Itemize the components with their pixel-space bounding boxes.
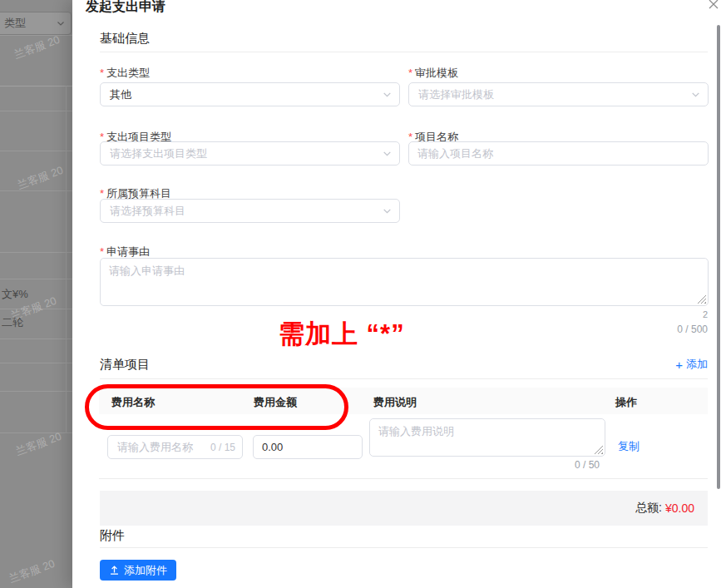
project-type-select[interactable]: 请选择支出项目类型 [100, 141, 400, 166]
plus-icon: + [675, 358, 683, 372]
expense-type-value: 其他 [110, 87, 382, 102]
approval-template-placeholder: 请选择审批模板 [418, 87, 690, 102]
add-list-item-label: 添加 [686, 357, 708, 372]
apply-reason-textarea[interactable] [101, 259, 708, 305]
watermark: 兰客服 20 [14, 429, 64, 459]
copy-row-button[interactable]: 复制 [618, 439, 640, 454]
screen: 类型 文¥% 二轮 兰客服 20 兰客服 20 兰客服 20 兰客服 20 兰客… [0, 0, 726, 588]
required-mark: * [100, 187, 104, 200]
approval-template-select[interactable]: 请选择审批模板 [408, 82, 709, 106]
required-mark: * [408, 67, 412, 79]
modal-backdrop[interactable]: 类型 文¥% 二轮 兰客服 20 兰客服 20 兰客服 20 兰客服 20 兰客… [0, 0, 72, 588]
background-row-line [0, 190, 72, 191]
watermark: 兰客服 20 [12, 32, 62, 62]
section-title-basic-info: 基础信息 [100, 31, 150, 47]
apply-reason-textarea-wrap [100, 258, 709, 306]
row-divider [99, 478, 708, 479]
column-header-fee-desc: 费用说明 [373, 395, 417, 410]
total-label: 总额: [635, 501, 662, 516]
chevron-down-icon [690, 89, 701, 100]
section-divider [100, 547, 708, 548]
fee-name-placeholder: 请输入费用名称 [117, 440, 205, 455]
section-title-attachment: 附件 [100, 528, 125, 544]
background-column-line [66, 86, 67, 432]
background-row-line [0, 151, 72, 151]
approval-template-label: *审批模板 [408, 66, 458, 81]
chevron-down-icon [56, 18, 66, 28]
upload-icon [109, 565, 120, 576]
expense-type-select[interactable]: 其他 [100, 82, 400, 106]
column-header-fee-amount: 费用金额 [254, 395, 297, 410]
chevron-down-icon [382, 148, 393, 159]
fee-desc-counter: 0 / 50 [575, 459, 600, 471]
background-row-line [0, 252, 72, 253]
expense-request-drawer: 发起支出申请 基础信息 *支出类型 其他 *审批模板 请选择审批模板 *支出项目… [72, 0, 726, 588]
apply-reason-counter: 0 / 500 [677, 324, 708, 335]
apply-reason-extra-hint: 2 [703, 309, 708, 319]
watermark: 兰客服 20 [7, 556, 57, 586]
background-row-line [0, 111, 72, 111]
background-cell-text: 文¥% [2, 287, 28, 302]
required-mark: * [100, 245, 104, 258]
background-type-select: 类型 [0, 12, 72, 35]
required-mark: * [100, 67, 104, 79]
column-header-actions: 操作 [615, 395, 637, 410]
vertical-scrollbar[interactable] [717, 25, 720, 489]
chevron-down-icon [382, 89, 393, 100]
total-value: ¥0.00 [665, 502, 694, 515]
add-attachment-button[interactable]: 添加附件 [100, 560, 176, 581]
background-divider [0, 35, 72, 36]
background-row-line [0, 279, 72, 279]
drawer-title: 发起支出申请 [86, 0, 165, 16]
budget-subject-placeholder: 请选择预算科目 [110, 204, 382, 219]
fee-desc-textarea-wrap [369, 418, 605, 457]
project-name-input[interactable] [408, 141, 709, 166]
section-title-list-items: 清单项目 [100, 357, 150, 373]
add-attachment-label: 添加附件 [124, 563, 167, 578]
fee-name-input[interactable]: 请输入费用名称 0 / 15 [107, 435, 243, 459]
fee-desc-textarea[interactable] [370, 419, 605, 456]
section-divider [100, 378, 708, 379]
close-icon [707, 0, 720, 11]
review-annotation-text: 需加上 “*” [279, 317, 405, 352]
budget-subject-select[interactable]: 请选择预算科目 [100, 199, 400, 223]
chevron-down-icon [382, 205, 393, 216]
fee-name-counter: 0 / 15 [210, 442, 235, 453]
background-row-line [0, 338, 72, 339]
expense-type-label: *支出类型 [100, 66, 150, 81]
column-header-fee-name: 费用名称 [111, 395, 155, 410]
watermark: 兰客服 20 [16, 163, 66, 193]
background-row-line [0, 363, 72, 363]
add-list-item-button[interactable]: + 添加 [675, 357, 708, 372]
project-type-placeholder: 请选择支出项目类型 [110, 146, 382, 161]
background-row-line [0, 432, 72, 433]
background-row-line [0, 86, 72, 86]
section-divider [100, 52, 708, 52]
fee-amount-input[interactable] [253, 435, 363, 459]
background-row-line [0, 391, 72, 392]
close-button[interactable] [707, 0, 722, 12]
background-type-select-text: 类型 [4, 16, 56, 31]
total-bar: 总额: ¥0.00 [100, 491, 708, 526]
